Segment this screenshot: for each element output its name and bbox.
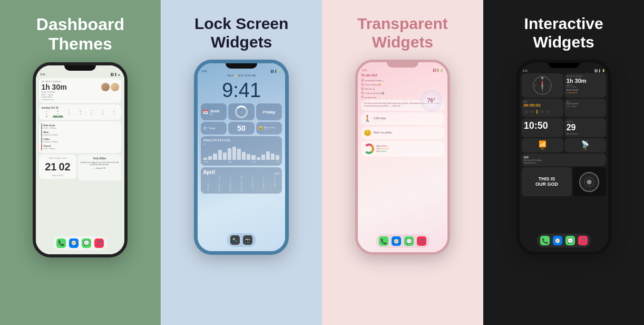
widget-row-1: 📅 June 83% ↗ Friday: [201, 103, 282, 120]
panel-lock-screen-widgets: Lock Screen Widgets 9:41 ▐ ▌ ▌ 🔋 Sat 4 🌙…: [161, 0, 322, 325]
date-widget-dark: 2024/2 29 Wednesday: [564, 118, 606, 137]
avatar-2: [111, 83, 119, 91]
svg-text:W: W: [534, 84, 536, 87]
safari-icon: 🧭: [553, 236, 562, 245]
compass-icon: N E S W: [532, 75, 552, 95]
messages-icon: 💬: [565, 236, 575, 245]
wifi-widget: 📡 ON: [564, 138, 606, 152]
precipitation-bars: [203, 147, 279, 160]
phone-notch-1: [64, 65, 96, 71]
phone-screen-1: 9:41 ▐ ▌ ▌ ☁ UP NEXT EVENT 1h 30m 5H 6H …: [36, 65, 124, 254]
phone-icon: 📞: [379, 236, 388, 246]
blessed-day-widget: 🐱 Blessed day ✦ · ✦: [256, 122, 282, 135]
widget-row-2: ⏱ Timer 50 🐱 Blessed day ✦ · ✦: [201, 122, 282, 135]
calendar-widget-2: 📅 June 83%: [201, 103, 227, 120]
number-widget: 50: [228, 122, 254, 135]
panel-transparent-widgets: Transparent Widgets 9:41 ▐ ▌ ▌ 🔋 To do l…: [323, 0, 483, 325]
status-bar-3: 9:41 ▐ ▌ ▌ 🔋: [361, 69, 444, 72]
svg-text:N: N: [541, 77, 543, 80]
phone-mockup-4: 9:41 ▐ ▌ ▌ 🔋 N E S W: [516, 60, 611, 255]
svg-text:S: S: [542, 91, 543, 94]
run-widget: Run ↑ 5H 6H 7H 8H 9H 6:20 – 9:20am: [564, 99, 606, 117]
event-item: Coffee 9:20am-3:30pm: [41, 137, 119, 144]
event-item: Work 9:20am-5:30pm: [41, 130, 119, 137]
stopwatch-grid: SEC 00:50:02 Run ↑: [522, 99, 606, 117]
vinyl-record: [579, 172, 599, 192]
panel-interactive-widgets: Interactive Widgets 9:41 ▐ ▌ ▌ 🔋 N E S: [483, 0, 644, 325]
clock-date-grid: 10:50 2024/2 29 Wednesday: [522, 118, 606, 137]
camera-icon: 📷: [243, 235, 252, 245]
music-icon: 🎵: [94, 238, 104, 248]
stopwatch-dial: [524, 109, 561, 115]
phone-notch-3: [387, 62, 418, 68]
date-widget: Faith • Hope • Love 21 02 Wed, Feb 20: [39, 155, 76, 179]
phone-icon: 📞: [56, 238, 66, 248]
hrv-widget: 😊 66ms. hrv perfect: [361, 127, 444, 139]
phone-notch-2: [226, 63, 257, 69]
safari-icon: 🧭: [69, 238, 79, 248]
stopwatch-widget: SEC 00:50:02: [522, 99, 563, 117]
event-widget: UP NEXT EVENT 1h 30m 5H 6H 7H 8H 9H RUN …: [39, 78, 121, 103]
phone-mockup-1: 9:41 ▐ ▌ ▌ ☁ UP NEXT EVENT 1h 30m 5H 6H …: [33, 62, 128, 257]
panel-2-title: Lock Screen Widgets: [194, 15, 288, 51]
phone-screen-2: 9:41 ▐ ▌ ▌ 🔋 Sat 4 🌙 NYC 12:41 AM 9:41 📅…: [198, 63, 285, 251]
status-bar-4: 9:41 ▐ ▌ ▌ 🔋: [522, 69, 606, 72]
panel-1-title: Dashboard Themes: [36, 15, 124, 54]
signal-widget: 📶 ON: [522, 138, 563, 152]
messages-icon: 💬: [82, 238, 91, 248]
vinyl-widget: [573, 167, 606, 196]
activity-widget: 536cal Move 70% Exercise 16% Stand: [361, 141, 444, 157]
date-quote-row: Faith • Hope • Love 21 02 Wed, Feb 20 Ho…: [39, 155, 121, 180]
device-info-widget: A12 iPhone 12 Pro Max iPad OS 15.1: [522, 154, 606, 166]
panel-dashboard-themes: Dashboard Themes 9:41 ▐ ▌ ▌ ☁ UP NEXT EV…: [0, 0, 161, 325]
phone-mockup-3: 9:41 ▐ ▌ ▌ 🔋 To do list ✓group bible stu…: [355, 60, 450, 255]
phone-screen-3: 9:41 ▐ ▌ ▌ 🔋 To do list ✓group bible stu…: [358, 62, 447, 252]
events-list: Bible Study 9:20 - 9:20am Work 9:20am-5:…: [39, 121, 121, 153]
safari-icon: 🧭: [392, 236, 401, 246]
phone-dock-1: 📞 🧭 💬 🎵: [53, 236, 107, 250]
phone-dock-2: 🔦 📷: [227, 233, 256, 247]
status-bar-1: 9:41 ▐ ▌ ▌ ☁: [39, 73, 121, 76]
top-widget-grid: N E S W UP NEXT EVENT 1h 30m ☁ Run 6:20 …: [522, 73, 606, 98]
this-is-our-god-widget: THIS IS OUR GOD: [522, 167, 572, 196]
music-icon: 🎵: [578, 236, 588, 245]
day-widget: Friday: [256, 103, 282, 120]
activity-rings: [364, 144, 374, 154]
phone-mockup-2: 9:41 ▐ ▌ ▌ 🔋 Sat 4 🌙 NYC 12:41 AM 9:41 📅…: [194, 60, 289, 255]
clock-widget: 10:50: [522, 118, 563, 137]
panel-3-title: Transparent Widgets: [357, 15, 448, 51]
phone-dock-4: 📞 🧭 💬 🎵: [537, 234, 591, 247]
steps-widget: 🚶 5,832 steps: [361, 112, 444, 125]
phone-screen-4: 9:41 ▐ ▌ ▌ 🔋 N E S W: [520, 63, 608, 252]
calendar-widget: monday Oct 18 S M T W T F S 1 2 3 4 5 6 …: [39, 104, 121, 120]
phone-dock-3: 📞 🧭 💬 🎵: [376, 234, 430, 248]
flashlight-icon: 🔦: [230, 235, 240, 245]
gauge-widget: ↗: [228, 103, 254, 120]
compass-widget: N E S W: [522, 73, 563, 98]
signal-grid: 📶 ON 📡 ON: [522, 138, 606, 152]
bible-quote-widget: Holy Bible Instead, you ought to say, "I…: [78, 155, 122, 180]
phone-notch-4: [548, 63, 580, 68]
svg-text:E: E: [549, 84, 550, 87]
timer-widget: ⏱ Timer: [201, 122, 227, 135]
phone-icon: 📞: [540, 236, 550, 245]
hero-row: THIS IS OUR GOD: [522, 167, 606, 196]
precipitation-widget: PRECIPITATION 6.2: [201, 136, 282, 166]
status-bar-2: 9:41 ▐ ▌ ▌ 🔋: [201, 70, 282, 73]
messages-icon: 💬: [404, 236, 414, 246]
calendar-grid: SMT WTF S 12 345 6 789 101112 13 141516 …: [203, 176, 280, 192]
event-item: Bible Study 9:20 - 9:20am: [41, 123, 119, 130]
panel-4-title: Interactive Widgets: [524, 15, 603, 51]
weather-ball-widget: 76°: [419, 89, 443, 112]
event-widget-dark: UP NEXT EVENT 1h 30m ☁ Run 6:20 – 9:20am…: [564, 73, 606, 98]
event-item: Church 6:20-7:20am: [41, 144, 119, 150]
avatar-1: [101, 83, 110, 91]
music-icon: 🎵: [417, 236, 426, 246]
calendar-month-widget: April 2024 SMT WTF S 12 345 6 789 101112…: [201, 167, 282, 194]
